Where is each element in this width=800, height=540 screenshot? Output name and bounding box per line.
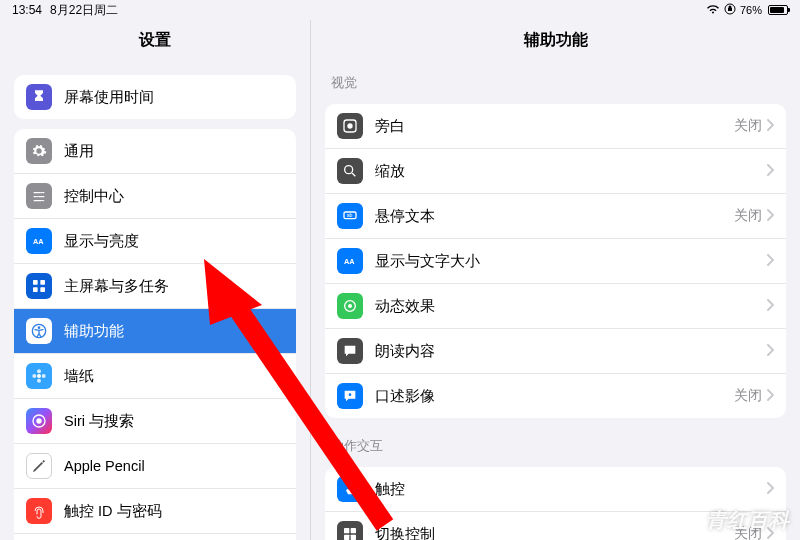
sidebar-item-8[interactable]: 触控 ID 与密码 (14, 489, 296, 534)
sidebar-item-7[interactable]: Apple Pencil (14, 444, 296, 489)
fingerprint-icon (26, 498, 52, 524)
sidebar-item-label: Apple Pencil (64, 458, 284, 474)
sidebar-item-label: 主屏幕与多任务 (64, 277, 284, 296)
detail-row-label: 切换控制 (375, 525, 734, 541)
svg-point-19 (345, 166, 353, 174)
chevron-right-icon (766, 118, 774, 134)
detail-scroll[interactable]: 视觉旁白关闭缩放ab悬停文本关闭AA显示与文字大小动态效果朗读内容口述影像关闭动… (311, 65, 800, 540)
section-header: 视觉 (325, 65, 786, 94)
sidebar-item-0[interactable]: 通用 (14, 129, 296, 174)
sidebar-item-5[interactable]: 墙纸 (14, 354, 296, 399)
svg-point-10 (37, 379, 41, 383)
accessibility-icon (26, 318, 52, 344)
svg-point-24 (348, 304, 352, 308)
detail-row-label: 动态效果 (375, 297, 766, 316)
gear-icon (26, 138, 52, 164)
svg-rect-2 (33, 280, 38, 285)
status-time: 13:54 (12, 3, 42, 17)
switch-control-icon (337, 521, 363, 540)
sidebar-item-0[interactable]: 屏幕使用时间 (14, 75, 296, 119)
speech-bubble-icon (337, 338, 363, 364)
flower-icon (26, 363, 52, 389)
svg-point-25 (349, 393, 352, 396)
sidebar-scroll[interactable]: 屏幕使用时间 通用控制中心AA显示与亮度主屏幕与多任务辅助功能墙纸Siri 与搜… (0, 65, 310, 540)
sidebar-item-label: 墙纸 (64, 367, 284, 386)
detail-row-status: 关闭 (734, 117, 762, 135)
sidebar-item-label: 触控 ID 与密码 (64, 502, 284, 521)
status-bar: 13:54 8月22日周二 76% (0, 0, 800, 20)
chevron-right-icon (766, 253, 774, 269)
chevron-right-icon (766, 343, 774, 359)
svg-point-9 (37, 369, 41, 373)
svg-point-7 (38, 326, 41, 329)
grid-icon (26, 273, 52, 299)
svg-text:ab: ab (347, 212, 353, 218)
svg-point-8 (37, 374, 41, 378)
detail-row-status: 关闭 (734, 387, 762, 405)
sidebar-item-2[interactable]: AA显示与亮度 (14, 219, 296, 264)
sidebar-item-3[interactable]: 主屏幕与多任务 (14, 264, 296, 309)
voiceover-icon (337, 113, 363, 139)
svg-rect-27 (351, 528, 356, 533)
detail-row-label: 触控 (375, 480, 766, 499)
hover-text-icon: ab (337, 203, 363, 229)
watermark-text: 青红百科 (706, 507, 790, 534)
detail-row[interactable]: AA显示与文字大小 (325, 239, 786, 284)
sidebar-title: 设置 (0, 20, 310, 65)
detail-row-label: 悬停文本 (375, 207, 734, 226)
sidebar-item-label: 通用 (64, 142, 284, 161)
zoom-icon (337, 158, 363, 184)
svg-text:AA: AA (33, 237, 44, 246)
detail-row-label: 口述影像 (375, 387, 734, 406)
detail-pane: 辅助功能 视觉旁白关闭缩放ab悬停文本关闭AA显示与文字大小动态效果朗读内容口述… (310, 20, 800, 540)
detail-row[interactable]: ab悬停文本关闭 (325, 194, 786, 239)
motion-icon (337, 293, 363, 319)
svg-rect-5 (40, 287, 45, 292)
detail-row[interactable]: 旁白关闭 (325, 104, 786, 149)
chevron-right-icon (766, 388, 774, 404)
letters-icon: AA (26, 228, 52, 254)
rotation-lock-icon (724, 3, 736, 17)
pencil-icon (26, 453, 52, 479)
svg-rect-4 (33, 287, 38, 292)
detail-row-label: 显示与文字大小 (375, 252, 766, 271)
touch-icon (337, 476, 363, 502)
sidebar-item-label: 辅助功能 (64, 322, 284, 341)
detail-row-label: 缩放 (375, 162, 766, 181)
battery-icon (766, 5, 788, 15)
svg-point-14 (36, 418, 41, 423)
audio-desc-icon (337, 383, 363, 409)
chevron-right-icon (766, 163, 774, 179)
svg-text:AA: AA (344, 257, 355, 266)
sliders-icon (26, 183, 52, 209)
section-header: 动作交互 (325, 428, 786, 457)
detail-row-label: 旁白 (375, 117, 734, 136)
sidebar-item-1[interactable]: 控制中心 (14, 174, 296, 219)
battery-percent: 76% (740, 4, 762, 16)
detail-row-label: 朗读内容 (375, 342, 766, 361)
svg-point-18 (347, 123, 352, 128)
sidebar-item-label: 控制中心 (64, 187, 284, 206)
siri-icon (26, 408, 52, 434)
status-date: 8月22日周二 (50, 2, 118, 19)
chevron-right-icon (766, 298, 774, 314)
svg-rect-3 (40, 280, 45, 285)
sidebar-item-9[interactable]: 电池 (14, 534, 296, 540)
chevron-right-icon (766, 481, 774, 497)
sidebar-item-6[interactable]: Siri 与搜索 (14, 399, 296, 444)
detail-title: 辅助功能 (311, 20, 800, 65)
svg-point-12 (42, 374, 46, 378)
settings-sidebar: 设置 屏幕使用时间 通用控制中心AA显示与亮度主屏幕与多任务辅助功能墙纸Siri… (0, 20, 310, 540)
wifi-icon (706, 4, 720, 16)
detail-row[interactable]: 动态效果 (325, 284, 786, 329)
detail-row[interactable]: 朗读内容 (325, 329, 786, 374)
chevron-right-icon (766, 208, 774, 224)
detail-row[interactable]: 口述影像关闭 (325, 374, 786, 418)
svg-rect-29 (351, 535, 356, 540)
svg-point-11 (32, 374, 36, 378)
detail-row[interactable]: 缩放 (325, 149, 786, 194)
sidebar-item-4[interactable]: 辅助功能 (14, 309, 296, 354)
letters-icon: AA (337, 248, 363, 274)
hourglass-icon (26, 84, 52, 110)
detail-row[interactable]: 触控 (325, 467, 786, 512)
